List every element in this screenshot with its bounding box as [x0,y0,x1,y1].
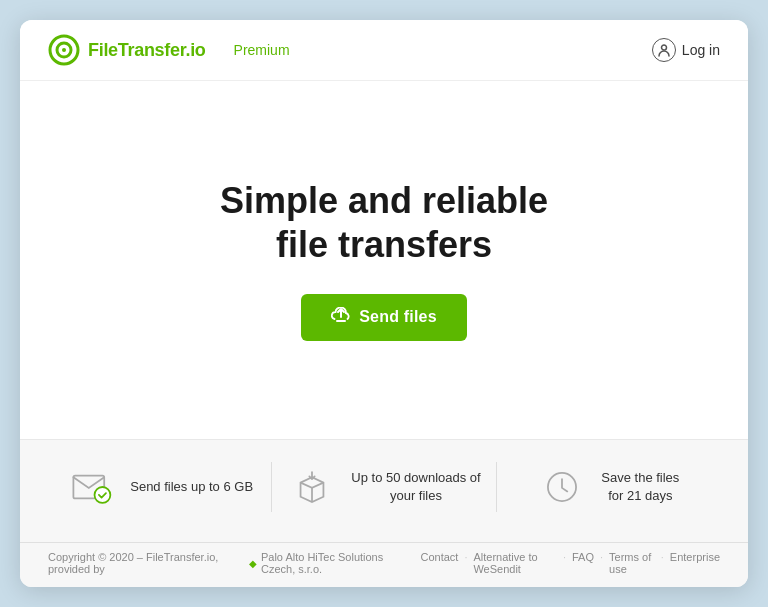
envelope-icon [69,465,113,509]
hero-title: Simple and reliable file transfers [220,179,548,265]
features-section: Send files up to 6 GB Up to 50 downloads… [20,439,748,542]
hero-title-line1: Simple and reliable [220,180,548,221]
footer-links: Contact · Alternative to WeSendit · FAQ … [420,551,720,575]
footer-copyright: Copyright © 2020 – FileTransfer.io, prov… [48,551,420,575]
feature-send-size-text: Send files up to 6 GB [130,478,253,496]
svg-point-2 [62,48,66,52]
send-button-label: Send files [359,308,437,326]
feature-downloads: Up to 50 downloads ofyour files [272,462,495,512]
user-icon [652,38,676,62]
feature-save-days: Save the filesfor 21 days [497,462,720,512]
envelope-icon-wrap [66,462,116,512]
footer-sep-3: · [600,551,603,575]
page-wrapper: FileTransfer.io Premium Log in Simple an… [20,20,748,587]
footer-link-contact[interactable]: Contact [420,551,458,575]
svg-point-5 [95,487,111,503]
logo-text: FileTransfer.io [88,40,206,61]
footer: Copyright © 2020 – FileTransfer.io, prov… [20,542,748,587]
box-icon [290,465,334,509]
nav-premium-link[interactable]: Premium [234,42,290,58]
hero-title-line2: file transfers [276,224,492,265]
cloud-upload-icon [331,307,351,328]
feature-save-days-text: Save the filesfor 21 days [601,469,679,505]
clock-icon-wrap [537,462,587,512]
footer-link-terms[interactable]: Terms of use [609,551,655,575]
footer-sep-1: · [464,551,467,575]
box-icon-wrap [287,462,337,512]
logo-brand: FileTransfer [88,40,185,60]
header: FileTransfer.io Premium Log in [20,20,748,81]
footer-link-enterprise[interactable]: Enterprise [670,551,720,575]
feature-send-size: Send files up to 6 GB [48,462,271,512]
clock-icon [540,465,584,509]
footer-sep-4: · [661,551,664,575]
footer-sep-2: · [563,551,566,575]
diamond-icon: ◆ [249,558,257,569]
footer-link-faq[interactable]: FAQ [572,551,594,575]
company-text: Palo Alto HiTec Solutions Czech, s.r.o. [261,551,421,575]
logo-area: FileTransfer.io Premium [48,34,290,66]
hero-section: Simple and reliable file transfers Send … [20,81,748,439]
login-label: Log in [682,42,720,58]
send-files-button[interactable]: Send files [301,294,467,341]
svg-point-3 [661,45,666,50]
copyright-text: Copyright © 2020 – FileTransfer.io, prov… [48,551,245,575]
feature-downloads-text: Up to 50 downloads ofyour files [351,469,480,505]
logo-icon [48,34,80,66]
footer-link-alternative[interactable]: Alternative to WeSendit [473,551,556,575]
features-row: Send files up to 6 GB Up to 50 downloads… [48,462,720,512]
login-button[interactable]: Log in [652,38,720,62]
logo-ext: .io [185,40,205,60]
